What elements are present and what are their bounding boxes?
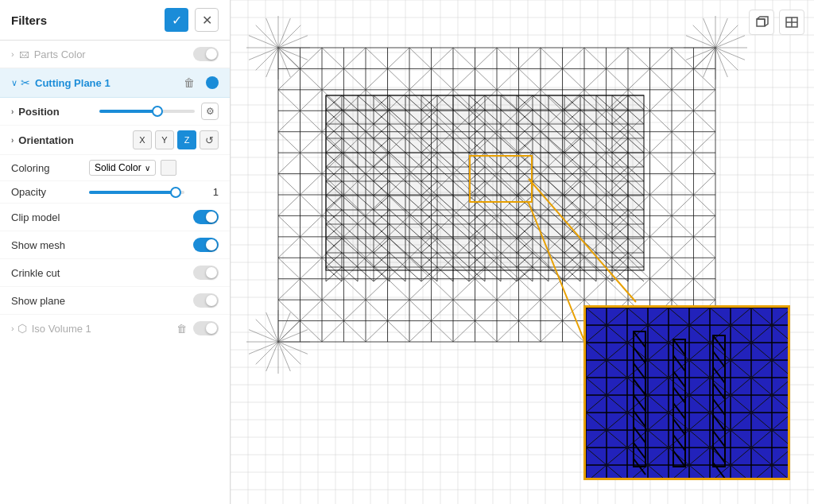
- sidebar-header: Filters ✓ ✕: [0, 0, 230, 41]
- iso-volume-arrow[interactable]: ›: [11, 324, 14, 333]
- parts-color-arrow: ›: [11, 49, 14, 59]
- iso-volume-trash[interactable]: 🗑: [176, 323, 187, 335]
- clip-model-label: Clip model: [11, 211, 193, 223]
- coloring-label: Coloring: [11, 162, 83, 174]
- coloring-dropdown-icon: ∨: [145, 164, 150, 173]
- position-arrow[interactable]: ›: [11, 107, 14, 116]
- viewport-icons: [749, 10, 804, 35]
- sidebar-title: Filters: [11, 14, 47, 27]
- cutting-plane-toggle[interactable]: [206, 76, 219, 89]
- show-mesh-label: Show mesh: [11, 239, 193, 251]
- iso-volume-row: › ⬡ Iso Volume 1 🗑: [0, 315, 230, 342]
- iso-volume-label: Iso Volume 1: [32, 323, 176, 335]
- layout-icon: [785, 15, 799, 29]
- selection-box: [469, 155, 533, 203]
- coloring-select[interactable]: Solid Color ∨: [89, 160, 156, 176]
- iso-volume-toggle[interactable]: [193, 321, 219, 335]
- show-mesh-toggle[interactable]: [193, 238, 219, 252]
- zoom-box: [583, 305, 790, 480]
- cutting-plane-trash[interactable]: 🗑: [184, 76, 195, 89]
- opacity-value: 1: [213, 186, 219, 198]
- sidebar: Filters ✓ ✕ › 🖂 Parts Color ∨ ✂ Cutting …: [0, 0, 231, 504]
- position-gear-button[interactable]: ⚙: [201, 103, 219, 120]
- orientation-arrow[interactable]: ›: [11, 136, 14, 145]
- show-plane-label: Show plane: [11, 295, 193, 307]
- close-button[interactable]: ✕: [195, 8, 219, 32]
- cutting-plane-label: Cutting Plane 1: [35, 77, 184, 89]
- cutting-plane-expand[interactable]: ∨: [11, 78, 17, 88]
- position-slider-track: [99, 110, 195, 113]
- cube-icon: [754, 15, 769, 29]
- opacity-slider-container: [89, 191, 200, 194]
- coloring-row: Coloring Solid Color ∨: [0, 155, 230, 181]
- viewport: [231, 0, 814, 504]
- position-expand-label: › Position: [11, 106, 93, 118]
- position-slider-fill: [99, 110, 157, 113]
- position-label: Position: [18, 106, 59, 118]
- show-plane-toggle[interactable]: [193, 293, 219, 308]
- clip-model-row: Clip model: [0, 204, 230, 231]
- iso-volume-icon: ⬡: [17, 322, 27, 335]
- show-plane-row: Show plane: [0, 287, 230, 315]
- confirm-button[interactable]: ✓: [165, 8, 188, 32]
- opacity-row: Opacity 1: [0, 181, 230, 204]
- show-mesh-row: Show mesh: [0, 231, 230, 259]
- position-slider-thumb[interactable]: [152, 106, 163, 117]
- crinkle-cut-toggle[interactable]: [193, 266, 219, 280]
- orientation-label: Orientation: [18, 134, 73, 146]
- orientation-y-button[interactable]: Y: [155, 130, 174, 149]
- parts-color-toggle[interactable]: [193, 47, 219, 61]
- viewport-icon-1[interactable]: [749, 10, 774, 35]
- header-buttons: ✓ ✕: [165, 8, 219, 32]
- opacity-slider-track: [89, 191, 184, 194]
- parts-color-icon: 🖂: [19, 48, 29, 60]
- orientation-row: › Orientation X Y Z ↺: [0, 126, 230, 155]
- position-row: › Position ⚙: [0, 98, 230, 126]
- coloring-value: Solid Color: [95, 162, 141, 173]
- crinkle-cut-label: Crinkle cut: [11, 267, 193, 279]
- zoom-canvas: [586, 308, 790, 480]
- cutting-plane-row: ∨ ✂ Cutting Plane 1 🗑: [0, 68, 230, 98]
- orientation-x-button[interactable]: X: [133, 130, 152, 149]
- cutting-plane-icon: ✂: [21, 76, 30, 89]
- svg-rect-0: [757, 19, 765, 26]
- clip-model-toggle[interactable]: [193, 210, 219, 224]
- viewport-icon-2[interactable]: [779, 10, 804, 35]
- opacity-slider-thumb[interactable]: [170, 187, 181, 198]
- color-swatch[interactable]: [161, 160, 176, 176]
- crinkle-cut-row: Crinkle cut: [0, 259, 230, 287]
- parts-color-label: Parts Color: [34, 48, 86, 60]
- opacity-label: Opacity: [11, 186, 83, 198]
- orientation-z-button[interactable]: Z: [177, 130, 196, 149]
- parts-color-row: › 🖂 Parts Color: [0, 41, 230, 68]
- orientation-expand-label: › Orientation: [11, 134, 133, 146]
- opacity-slider-fill: [89, 191, 175, 194]
- orientation-refresh-button[interactable]: ↺: [200, 130, 219, 149]
- orientation-buttons: X Y Z ↺: [133, 130, 219, 149]
- position-slider-container: [99, 110, 195, 113]
